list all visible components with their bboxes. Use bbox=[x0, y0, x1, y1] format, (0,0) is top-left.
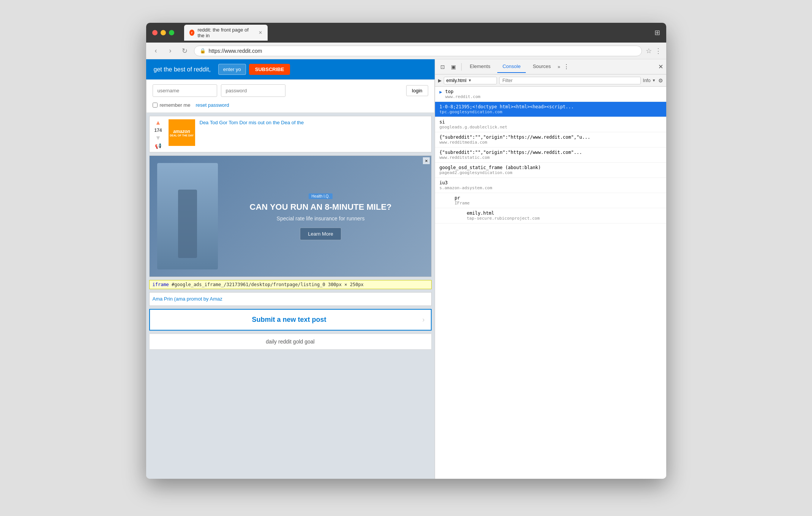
cast-icon[interactable]: ⊞ bbox=[654, 28, 660, 37]
post-title[interactable]: Dea Tod Gor Tom Dor mis out on the Dea o… bbox=[200, 119, 428, 126]
item-domain-text: www.redditstatic.com bbox=[440, 155, 662, 160]
console-item[interactable]: iu3 s.amazon-adsystem.com bbox=[435, 178, 666, 193]
more-tabs-button[interactable]: » bbox=[558, 64, 560, 70]
password-input[interactable] bbox=[221, 84, 285, 97]
back-button[interactable]: ‹ bbox=[151, 46, 161, 56]
console-item[interactable]: {"subreddit":"","origin":"https://www.re… bbox=[435, 147, 666, 163]
tab-console[interactable]: Console bbox=[497, 60, 526, 73]
ad-person-image bbox=[157, 163, 218, 269]
enter-button[interactable]: enter yo bbox=[218, 64, 246, 75]
vote-column: ▲ 174 ▼ 📢 bbox=[153, 119, 164, 149]
main-area: get the best of reddit, enter yo SUBSCRI… bbox=[146, 59, 666, 479]
subscribe-button[interactable]: SUBSCRIBE bbox=[249, 64, 290, 75]
remember-me-row: remember me reset password bbox=[153, 102, 428, 108]
browser-tab[interactable]: r reddit: the front page of the in ✕ bbox=[184, 25, 268, 41]
item-main-text: {"subreddit":"","origin":"https://www.re… bbox=[440, 150, 662, 155]
post-item: ▲ 174 ▼ 📢 amazon DEAL OF THE DAY Dea Tod… bbox=[149, 116, 432, 152]
post-content: Dea Tod Gor Tom Dor mis out on the Dea o… bbox=[200, 119, 428, 149]
item-main-text: emily.html bbox=[467, 211, 662, 216]
ad-learn-more-button[interactable]: Learn More bbox=[300, 228, 341, 240]
item-content: 1-0-8;21395;<!doctype html><html><head><… bbox=[440, 104, 662, 114]
console-collapse-button[interactable]: ▶ bbox=[438, 78, 441, 83]
toolbar-separator bbox=[461, 63, 462, 71]
header-actions: enter yo SUBSCRIBE bbox=[218, 64, 290, 75]
lock-icon: 🔒 bbox=[200, 48, 206, 54]
item-main-text: pr bbox=[455, 195, 662, 201]
item-main-text: iu3 bbox=[440, 180, 662, 185]
devtools-toolbar: ⊡ ▣ Elements Console Sources » ⋮ ✕ bbox=[435, 59, 666, 74]
ad-close-button[interactable]: ✕ bbox=[423, 157, 430, 164]
context-chevron-icon: ▼ bbox=[468, 78, 472, 82]
address-input[interactable]: 🔒 https://www.reddit.com bbox=[194, 46, 642, 56]
tab-elements[interactable]: Elements bbox=[465, 60, 496, 73]
console-settings-button[interactable]: ⚙ bbox=[658, 78, 663, 84]
item-domain-text: pagead2.googlesyndication.com bbox=[440, 170, 662, 175]
ad-headline: CAN YOU RUN AN 8-MINUTE MILE? bbox=[225, 202, 416, 212]
submit-post-label: Submit a new text post bbox=[156, 316, 423, 324]
inspect-element-button[interactable]: ⊡ bbox=[438, 62, 447, 71]
ad-badge: Health I.Q. bbox=[309, 193, 333, 199]
item-domain-text: s.amazon-adsystem.com bbox=[440, 185, 662, 190]
devtools-close-button[interactable]: ✕ bbox=[658, 63, 663, 70]
device-toggle-button[interactable]: ▣ bbox=[449, 62, 458, 71]
console-item[interactable]: ▶ top www.reddit.com bbox=[435, 87, 666, 102]
devtools-menu-button[interactable]: ⋮ bbox=[563, 63, 569, 70]
item-domain-text: www.redditmedia.com bbox=[440, 140, 662, 145]
downvote-button[interactable]: ▼ bbox=[155, 135, 161, 141]
console-item[interactable]: google_osd_static_frame (about:blank) pa… bbox=[435, 163, 666, 178]
reload-button[interactable]: ↻ bbox=[180, 46, 190, 56]
tab-title: reddit: the front page of the in bbox=[197, 27, 254, 38]
username-input[interactable] bbox=[153, 84, 217, 97]
tab-close-button[interactable]: ✕ bbox=[259, 30, 262, 35]
remember-me-label: remember me bbox=[160, 102, 191, 108]
item-main-text: google_osd_static_frame (about:blank) bbox=[440, 165, 662, 170]
submit-post-button[interactable]: Submit a new text post › bbox=[149, 309, 432, 331]
close-traffic-light[interactable] bbox=[152, 30, 158, 35]
item-main-text: top bbox=[445, 89, 662, 94]
maximize-traffic-light[interactable] bbox=[169, 30, 174, 35]
console-filter-input[interactable] bbox=[499, 77, 641, 84]
item-main-text: {"subreddit":"","origin":"https://www.re… bbox=[440, 135, 662, 140]
amazon-promo-item: Ama Prin (ama promot by Amaz bbox=[149, 292, 432, 306]
item-domain-text: tpc.googlesyndication.com bbox=[440, 109, 662, 114]
console-item[interactable]: si googleads.g.doubleclick.net bbox=[435, 117, 666, 132]
forward-button[interactable]: › bbox=[165, 46, 176, 56]
console-toolbar: ▶ emily.html ▼ Info ▼ ⚙ bbox=[435, 74, 666, 87]
ad-inner: Health I.Q. CAN YOU RUN AN 8-MINUTE MILE… bbox=[150, 156, 431, 277]
address-actions: ☆ ⋮ bbox=[646, 47, 662, 55]
item-domain-text: tap-secure.rubiconproject.com bbox=[467, 216, 662, 221]
amazon-thumbnail: amazon DEAL OF THE DAY bbox=[169, 119, 195, 146]
expand-arrow-icon: ▶ bbox=[440, 89, 442, 95]
console-item[interactable]: {"subreddit":"","origin":"https://www.re… bbox=[435, 132, 666, 147]
promo-title[interactable]: Ama Prin (ama promot by Amaz bbox=[153, 296, 428, 302]
ad-text-area: Health I.Q. CAN YOU RUN AN 8-MINUTE MILE… bbox=[218, 185, 424, 247]
promo-content: Ama Prin (ama promot by Amaz bbox=[153, 296, 428, 302]
tab-bar: r reddit: the front page of the in ✕ bbox=[184, 25, 268, 41]
log-level-chevron: ▼ bbox=[652, 78, 656, 82]
upvote-button[interactable]: ▲ bbox=[155, 119, 161, 126]
item-content: iu3 s.amazon-adsystem.com bbox=[440, 180, 662, 190]
reddit-header: get the best of reddit, enter yo SUBSCRI… bbox=[146, 59, 435, 79]
bookmark-icon[interactable]: ☆ bbox=[646, 47, 652, 55]
item-domain-text: IFrame bbox=[455, 201, 662, 206]
gold-goal-label: daily reddit gold goal bbox=[266, 339, 314, 345]
item-domain-text: googleads.g.doubleclick.net bbox=[440, 125, 662, 130]
remember-me-checkbox[interactable] bbox=[153, 103, 158, 108]
log-level-selector[interactable]: Info ▼ bbox=[643, 78, 656, 83]
context-selector[interactable]: emily.html ▼ bbox=[444, 77, 497, 84]
ad-banner: Health I.Q. CAN YOU RUN AN 8-MINUTE MILE… bbox=[149, 155, 432, 277]
item-content: emily.html tap-secure.rubiconproject.com bbox=[455, 211, 662, 221]
tab-sources[interactable]: Sources bbox=[527, 60, 556, 73]
item-domain-text: www.reddit.com bbox=[445, 94, 662, 99]
reset-password-link[interactable]: reset password bbox=[196, 102, 229, 108]
title-bar: r reddit: the front page of the in ✕ ⊞ bbox=[146, 23, 666, 43]
console-item[interactable]: pr IFrame bbox=[435, 193, 666, 208]
login-button[interactable]: login bbox=[406, 85, 428, 96]
browser-window: r reddit: the front page of the in ✕ ⊞ ‹… bbox=[146, 23, 666, 479]
item-content: {"subreddit":"","origin":"https://www.re… bbox=[440, 150, 662, 160]
console-item[interactable]: emily.html tap-secure.rubiconproject.com bbox=[435, 208, 666, 223]
address-bar: ‹ › ↻ 🔒 https://www.reddit.com ☆ ⋮ bbox=[146, 43, 666, 59]
more-options-icon[interactable]: ⋮ bbox=[655, 47, 662, 55]
minimize-traffic-light[interactable] bbox=[161, 30, 166, 35]
console-item[interactable]: 1-0-8;21395;<!doctype html><html><head><… bbox=[435, 102, 666, 117]
